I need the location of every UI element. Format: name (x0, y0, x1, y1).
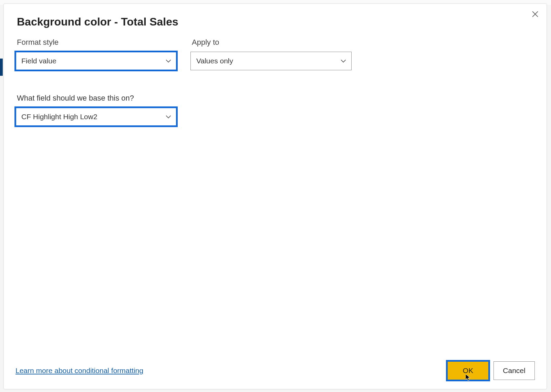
cancel-button[interactable]: Cancel (493, 361, 535, 380)
sidebar-background (0, 59, 3, 76)
dialog-footer: Learn more about conditional formatting … (15, 361, 535, 380)
base-field-label: What field should we base this on? (17, 94, 177, 103)
cancel-button-label: Cancel (503, 367, 525, 375)
dialog-spacer (15, 126, 535, 358)
base-field-select[interactable]: CF Highlight High Low2 (15, 107, 177, 126)
conditional-formatting-dialog: Background color - Total Sales Format st… (3, 3, 547, 389)
svg-marker-2 (466, 374, 470, 381)
apply-to-group: Apply to Values only (190, 38, 352, 70)
dialog-title: Background color - Total Sales (17, 16, 535, 28)
format-style-value: Field value (21, 57, 56, 65)
ok-button-label: OK (463, 367, 473, 375)
close-button[interactable] (529, 9, 541, 20)
format-style-label: Format style (17, 38, 177, 47)
format-style-group: Format style Field value (15, 38, 177, 70)
apply-to-label: Apply to (192, 38, 352, 47)
apply-to-select[interactable]: Values only (190, 52, 352, 70)
chevron-down-icon (340, 58, 346, 64)
learn-more-link[interactable]: Learn more about conditional formatting (15, 367, 143, 375)
base-field-value: CF Highlight High Low2 (21, 113, 97, 121)
form-area: Format style Field value Apply to Values… (15, 38, 535, 126)
format-style-select[interactable]: Field value (15, 52, 177, 70)
button-row: OK Cancel (447, 361, 535, 380)
apply-to-value: Values only (196, 57, 233, 65)
chevron-down-icon (165, 58, 171, 64)
chevron-down-icon (165, 114, 171, 120)
cursor-icon (466, 374, 471, 382)
close-icon (532, 11, 538, 18)
base-field-group: What field should we base this on? CF Hi… (15, 84, 177, 126)
ok-button[interactable]: OK (447, 361, 489, 380)
